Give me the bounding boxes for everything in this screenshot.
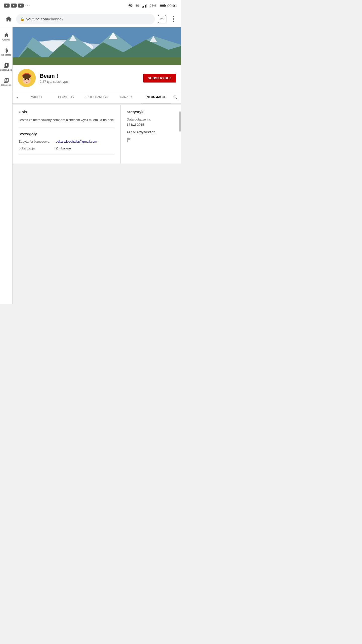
channel-avatar [18, 69, 36, 87]
location-row: Lokalizacja: Zimbabwe [19, 146, 114, 150]
join-date: 18 kwi 2015 [127, 123, 175, 127]
battery-icon [159, 4, 165, 7]
home-button[interactable] [4, 15, 13, 24]
svg-rect-17 [127, 138, 128, 142]
channel-header: Beam ! 2,87 tys. subskrypcji SUBSKRYBUJ [13, 65, 181, 91]
browser-menu-button[interactable] [169, 15, 177, 24]
lock-icon: 🔒 [20, 17, 24, 21]
location-value: Zimbabwe [56, 146, 71, 150]
status-bar: ··· 4G 97% 09:01 [0, 0, 181, 11]
tab-wideo[interactable]: WIDEO [22, 91, 52, 103]
tab-spolecznosc[interactable]: SPOŁECZNOŚĆ [81, 91, 111, 103]
channel-subscribers: 2,87 tys. subskrypcji [40, 80, 139, 84]
page-content: Beam ! 2,87 tys. subskrypcji SUBSKRYBUJ … [13, 27, 181, 304]
more-apps-dots: ··· [25, 3, 30, 8]
sidebar-home-label: Główna [2, 39, 10, 41]
url-text: youtube.com/channel/ [26, 17, 63, 21]
url-domain: youtube.com [26, 17, 48, 21]
sidebar-trending-label: na czasie [1, 54, 11, 56]
sidebar-item-home[interactable]: Główna [0, 29, 13, 44]
svg-point-12 [25, 79, 26, 80]
svg-point-14 [23, 80, 25, 82]
subscribe-button[interactable]: SUBSKRYBUJ [143, 74, 176, 83]
tab-informacje[interactable]: INFORMACJE [141, 91, 171, 103]
scrollbar[interactable] [179, 111, 181, 132]
sidebar: Główna na czasie Subskrypcje Biblioteka [0, 27, 13, 304]
4g-indicator: 4G [135, 4, 139, 7]
battery-percentage: 97% [150, 4, 156, 8]
clock: 09:01 [167, 4, 177, 8]
sidebar-item-library[interactable]: Biblioteka [0, 74, 13, 90]
yt-app-icon-2 [11, 4, 17, 8]
status-bar-left: ··· [4, 3, 30, 8]
channel-tabs: ‹ WIDEO PLAYLISTY SPOŁECZNOŚĆ KANAŁY INF… [13, 91, 181, 104]
svg-rect-9 [13, 57, 181, 65]
stats-title: Statystyki [127, 110, 175, 114]
views-count: 417 514 wyświetleń [127, 130, 175, 134]
banner-svg [13, 27, 181, 65]
tab-kanaly[interactable]: KANAŁY [111, 91, 141, 103]
business-email-row: Zapytania biznesowe: oskarwieschalla@gma… [19, 140, 114, 143]
business-label: Zapytania biznesowe: [19, 140, 54, 143]
tab-search-button[interactable] [171, 91, 180, 103]
status-bar-right: 4G 97% 09:01 [128, 3, 177, 8]
svg-point-13 [28, 79, 29, 80]
svg-point-15 [28, 80, 30, 82]
sidebar-item-trending[interactable]: na czasie [0, 44, 13, 59]
sidebar-library-label: Biblioteka [1, 84, 11, 87]
address-bar[interactable]: 🔒 youtube.com/channel/ [16, 14, 155, 24]
svg-point-16 [23, 74, 31, 79]
mute-icon [128, 3, 133, 8]
channel-name: Beam ! [40, 73, 139, 79]
flag-icon [127, 137, 133, 142]
divider-2 [19, 154, 114, 154]
channel-banner [13, 27, 181, 65]
url-path: /channel/ [48, 17, 63, 21]
sidebar-subs-label: Subskrypcje [0, 69, 12, 71]
yt-app-icon-3 [18, 4, 24, 8]
sidebar-item-subscriptions[interactable]: Subskrypcje [0, 59, 13, 74]
browser-bar: 🔒 youtube.com/channel/ 21 [0, 11, 181, 27]
signal-bars [142, 4, 147, 8]
details-title: Szczegóły [19, 132, 114, 136]
info-left-panel: Opis Jesteś zainteresowany zemnom biznes… [13, 105, 121, 164]
info-section: Opis Jesteś zainteresowany zemnom biznes… [13, 105, 181, 164]
avatar-svg [18, 69, 36, 87]
channel-info: Beam ! 2,87 tys. subskrypcji [40, 73, 139, 84]
tab-playlisty[interactable]: PLAYLISTY [52, 91, 81, 103]
tab-back-arrow[interactable]: ‹ [14, 91, 22, 103]
description-title: Opis [19, 110, 114, 114]
join-label: Data dołączenia: [127, 117, 175, 121]
yt-app-icon-1 [4, 4, 10, 8]
info-right-panel: Statystyki Data dołączenia: 18 kwi 2015 … [121, 105, 181, 164]
main-content: Główna na czasie Subskrypcje Biblioteka [0, 27, 181, 304]
divider-1 [19, 128, 114, 128]
location-label: Lokalizacja: [19, 146, 54, 150]
tab-count[interactable]: 21 [158, 15, 166, 23]
business-email[interactable]: oskarwieschalla@gmail.com [56, 140, 97, 143]
description-text: Jesteś zainteresowany zemnom biznesem wy… [19, 117, 114, 123]
